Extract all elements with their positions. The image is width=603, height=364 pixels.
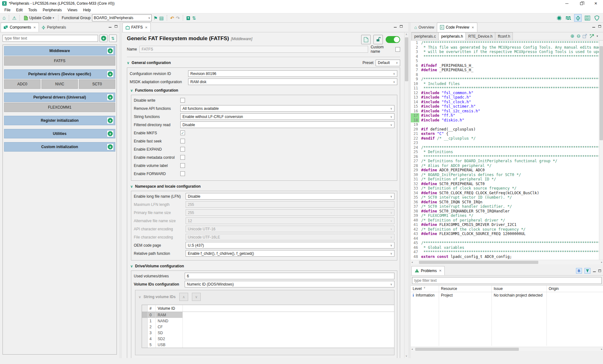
add-component-button[interactable]: + [107, 130, 114, 137]
maximize-panel-icon[interactable] [598, 270, 601, 272]
component-group-header[interactable]: Utilities+ [4, 129, 115, 138]
menu-help[interactable]: Help [80, 7, 94, 13]
components-filter-input[interactable] [3, 35, 98, 42]
warning-icon[interactable]: ⚠ [12, 16, 16, 20]
export-code-icon[interactable] [583, 34, 587, 38]
sort-components-button[interactable]: ⇅ [109, 35, 117, 42]
table-row[interactable]: 2CF [142, 324, 394, 330]
dropdown[interactable]: RAM disk∨ [188, 78, 397, 85]
table-row[interactable]: 5USB [142, 342, 394, 348]
maximize-panel-icon[interactable] [115, 25, 117, 28]
table-row[interactable]: 3SD [142, 330, 394, 336]
custom-name-checkbox[interactable] [395, 47, 400, 52]
menu-file[interactable]: File [2, 7, 13, 13]
chevron-down-icon[interactable]: ∨ [127, 61, 129, 65]
dropdown[interactable]: Disable∨ [180, 121, 394, 128]
panel-sash[interactable] [119, 23, 122, 358]
scroll-down-icon[interactable]: ∨ [405, 354, 408, 358]
minimize-panel-icon[interactable] [593, 271, 596, 272]
caret-down-icon[interactable]: ▾ [596, 35, 598, 38]
undo-icon[interactable]: ↶ [170, 16, 174, 20]
checkbox[interactable] [180, 163, 185, 168]
dropdown[interactable]: Revision 80196∨ [188, 70, 397, 77]
close-icon[interactable]: ✕ [439, 269, 442, 272]
column-header-resource[interactable]: Resource [439, 286, 492, 292]
scroll-left-icon[interactable]: ◂ [411, 347, 413, 351]
scrollbar-thumb[interactable] [600, 46, 603, 140]
sort-icon[interactable]: ⇅ [192, 16, 196, 20]
zoom-out-icon[interactable]: ⊖ [577, 34, 581, 38]
scrollbar-thumb[interactable] [419, 261, 538, 264]
table-row[interactable]: 1NAND [142, 318, 394, 324]
toggle-b-button[interactable]: B [576, 268, 582, 274]
close-icon[interactable]: ✕ [145, 26, 147, 29]
restore-button[interactable] [574, 0, 589, 7]
text-input[interactable]: 6 [185, 273, 394, 279]
column-header-issue[interactable]: Issue [492, 286, 547, 292]
chevron-down-icon[interactable]: ∨ [130, 264, 133, 268]
editor-vertical-scrollbar[interactable]: ∧ ∨ [404, 32, 408, 358]
component-enabled-toggle[interactable] [386, 36, 400, 43]
add-component-button[interactable]: + [107, 94, 114, 101]
dropdown[interactable]: U.S (437)∨ [186, 242, 394, 249]
column-header-level[interactable]: Level∨ [411, 286, 439, 292]
add-component-button[interactable]: + [107, 117, 114, 124]
preset-select[interactable]: Default∨ [376, 60, 400, 66]
chevron-down-icon[interactable]: ∨ [130, 185, 133, 189]
move-up-button[interactable]: ∧ [179, 293, 188, 301]
checkbox[interactable] [180, 155, 185, 160]
tab-peripherals[interactable]: Peripherals [39, 23, 69, 32]
close-button[interactable]: ✕ [589, 0, 603, 7]
update-code-button[interactable]: Update Code ▾ [23, 15, 55, 21]
memory-tool-icon[interactable]: 100110100101 [584, 14, 591, 22]
dropdown[interactable]: All functions available∨ [180, 105, 394, 112]
tab-problems[interactable]: ! Problems ✕ [411, 266, 445, 275]
dropdown[interactable]: 255∨ [186, 209, 394, 216]
component-group-header[interactable]: Register initialization+ [4, 116, 115, 125]
close-icon[interactable]: ✕ [471, 26, 474, 29]
chevron-down-icon[interactable]: ∨ [130, 88, 133, 93]
dropdown[interactable]: Disable∨ [186, 193, 394, 200]
dropdown[interactable]: Enable without LF-CRLF conversion∨ [180, 113, 394, 120]
text-input[interactable]: 255 [186, 201, 394, 208]
scroll-right-icon[interactable]: ▸ [601, 260, 602, 264]
checkbox[interactable] [180, 139, 185, 143]
add-component-button[interactable]: + [107, 71, 114, 78]
dropdown[interactable]: Enable f_chdir(), f_chdrive(), f_getcwd(… [186, 250, 394, 257]
maximize-panel-icon[interactable] [598, 25, 601, 28]
move-down-button[interactable]: ∨ [192, 293, 201, 301]
file-tab-ffconf-h[interactable]: ffconf.h [495, 32, 513, 40]
component-group-header[interactable]: Custom initialization+ [4, 142, 115, 152]
redo-icon[interactable]: ↷ [176, 16, 180, 20]
checkbox[interactable] [180, 171, 185, 176]
pins-tool-icon[interactable] [555, 14, 563, 22]
problems-horizontal-scrollbar[interactable]: ◂ ▸ [411, 347, 603, 351]
add-component-button[interactable]: + [107, 47, 114, 54]
checkbox[interactable]: ✓ [180, 131, 185, 135]
close-icon[interactable]: ✕ [33, 26, 36, 29]
menu-peripherals[interactable]: Peripherals [40, 7, 65, 13]
file-tab-peripherals-c[interactable]: peripherals.c [411, 32, 439, 40]
scroll-right-icon[interactable]: ▸ [601, 347, 602, 351]
scrollbar-thumb[interactable] [415, 348, 519, 351]
peripherals-tool-icon[interactable] [574, 14, 582, 22]
menu-edit[interactable]: Edit [13, 7, 25, 13]
import-icon[interactable] [186, 16, 190, 20]
file-tab-rte_device-h[interactable]: RTE_Device.h [465, 32, 495, 40]
component-item-flexcomm1[interactable]: FLEXCOMM1 [4, 103, 115, 112]
add-component-button[interactable]: + [107, 143, 114, 150]
dropdown[interactable]: 12∨ [186, 217, 394, 224]
diff-icon[interactable] [589, 34, 594, 38]
scroll-up-icon[interactable]: ∧ [405, 32, 408, 36]
code-horizontal-scrollbar[interactable]: ◂ ▸ [411, 260, 603, 264]
checkbox[interactable] [180, 147, 185, 152]
component-item-sct0[interactable]: SCT0 [79, 79, 115, 89]
table-row[interactable]: 0RAM [142, 312, 394, 318]
panel-sash[interactable] [408, 23, 411, 358]
file-tab-peripherals-h[interactable]: peripherals.h [438, 32, 466, 40]
clocks-tool-icon[interactable] [565, 14, 572, 22]
functional-group-select[interactable]: BOARD_InitPeripherals ∨ [92, 14, 152, 21]
minimize-panel-icon[interactable] [109, 27, 111, 28]
menu-tools[interactable]: Tools [25, 7, 40, 13]
problem-row[interactable]: iInformationProjectNo toolchain project … [411, 292, 603, 298]
